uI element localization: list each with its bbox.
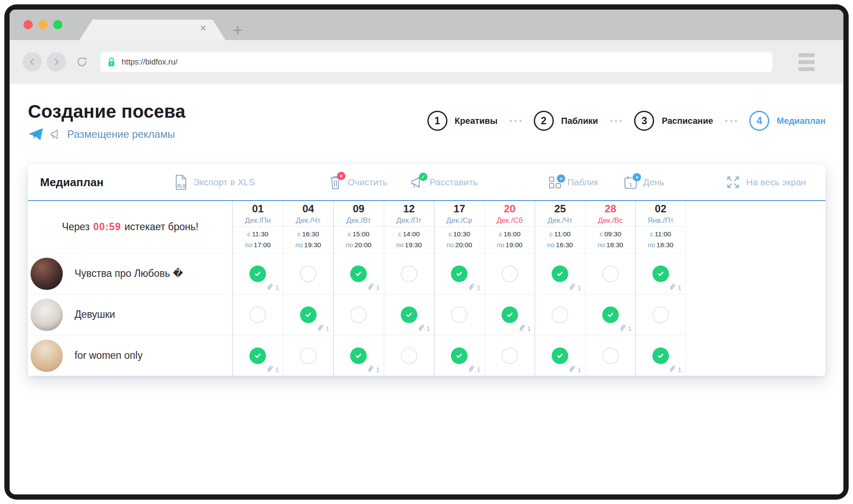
url-bar[interactable]: https://bidfox.ru/ bbox=[100, 52, 772, 72]
schedule-cell[interactable] bbox=[585, 253, 636, 294]
attachment-count: 1 bbox=[367, 283, 379, 292]
schedule-cell[interactable] bbox=[485, 253, 535, 294]
browser-titlebar: × + bbox=[10, 10, 843, 40]
unchecked-circle bbox=[502, 347, 518, 364]
attachment-count: 1 bbox=[468, 283, 480, 292]
back-button[interactable] bbox=[23, 52, 42, 72]
fullscreen-button[interactable]: На весь экран bbox=[726, 164, 806, 200]
schedule-cell[interactable] bbox=[333, 294, 384, 335]
paperclip-icon bbox=[569, 365, 576, 374]
xls-file-icon: XLS bbox=[174, 174, 188, 190]
lock-icon bbox=[107, 57, 116, 68]
tab-close-icon[interactable]: × bbox=[200, 23, 206, 34]
paperclip-icon bbox=[468, 365, 475, 374]
schedule-cell[interactable]: 1 bbox=[585, 294, 636, 335]
channel-avatar bbox=[31, 340, 63, 372]
schedule-cell[interactable] bbox=[232, 294, 283, 335]
close-window-button[interactable] bbox=[24, 20, 33, 29]
paperclip-icon bbox=[418, 324, 425, 333]
schedule-cell[interactable]: 1 bbox=[333, 335, 384, 376]
paperclip-icon bbox=[266, 365, 273, 374]
date-header: 02Янв./Пт bbox=[635, 201, 686, 227]
schedule-cell[interactable] bbox=[283, 253, 334, 294]
schedule-cell[interactable]: 1 bbox=[283, 294, 334, 335]
date-header: 01Дек./Пн bbox=[232, 201, 283, 227]
checked-icon bbox=[602, 306, 619, 323]
stepper-item-creatives[interactable]: 1Креативы bbox=[427, 111, 498, 131]
clear-button[interactable]: × Очистить bbox=[329, 164, 387, 200]
schedule-cell[interactable] bbox=[585, 335, 636, 376]
telegram-icon bbox=[28, 127, 44, 141]
zoom-window-button[interactable] bbox=[53, 20, 62, 29]
checked-icon bbox=[652, 266, 669, 282]
time-range-header: с11:00по16:30 bbox=[535, 227, 585, 253]
export-xls-button[interactable]: XLS Экспорт в XLS bbox=[174, 164, 255, 200]
schedule-cell[interactable] bbox=[535, 294, 585, 335]
paperclip-icon bbox=[669, 365, 676, 374]
schedule-cell[interactable] bbox=[635, 294, 686, 335]
channel-row-header: for women only bbox=[28, 335, 232, 376]
paperclip-icon bbox=[619, 324, 626, 333]
schedule-cell[interactable]: 1 bbox=[434, 335, 485, 376]
date-header: 20Дек./Сб bbox=[485, 201, 535, 227]
time-range-header: с10:30по20:00 bbox=[434, 227, 485, 253]
attachment-count: 1 bbox=[569, 365, 581, 374]
stepper-item-mediaplan[interactable]: 4Медиаплан bbox=[749, 111, 826, 131]
schedule-cell[interactable]: 1 bbox=[535, 335, 585, 376]
date-header: 28Дек./Вс bbox=[585, 201, 636, 227]
stepper-item-schedule[interactable]: 3Расписание bbox=[634, 111, 713, 131]
paperclip-icon bbox=[569, 283, 576, 292]
schedule-cell[interactable]: 1 bbox=[635, 253, 686, 294]
schedule-cell[interactable] bbox=[384, 253, 434, 294]
channel-name: for women only bbox=[75, 350, 143, 361]
stepper-item-publics[interactable]: 2Паблики bbox=[534, 111, 598, 131]
browser-window: × + https://bidfox.ru/ Создание посева bbox=[4, 4, 849, 500]
minimize-window-button[interactable] bbox=[38, 20, 48, 29]
date-header: 25Дек./Чт bbox=[535, 201, 585, 227]
schedule-cell[interactable] bbox=[434, 294, 485, 335]
schedule-cell[interactable] bbox=[485, 335, 535, 376]
forward-button[interactable] bbox=[47, 52, 66, 72]
checked-icon bbox=[249, 266, 266, 282]
unchecked-circle bbox=[451, 306, 467, 323]
schedule-cell[interactable]: 1 bbox=[535, 253, 585, 294]
mediaplan-card: Медиаплан XLS Экспорт в XLS × Очистить bbox=[28, 164, 826, 376]
arrange-button[interactable]: ✓ Расставить bbox=[410, 164, 478, 200]
schedule-cell[interactable]: 1 bbox=[232, 335, 283, 376]
add-public-button[interactable]: + Паблик bbox=[548, 164, 598, 200]
step-separator-icon bbox=[610, 120, 622, 122]
clear-badge-icon: × bbox=[337, 172, 345, 180]
checked-icon bbox=[502, 306, 518, 323]
channel-avatar bbox=[31, 299, 63, 331]
time-range-header: с14:00по19:30 bbox=[384, 227, 434, 253]
fullscreen-icon bbox=[726, 175, 740, 190]
schedule-cell[interactable]: 1 bbox=[384, 294, 434, 335]
schedule-cell[interactable]: 1 bbox=[635, 335, 686, 376]
step-label: Паблики bbox=[561, 116, 598, 126]
step-label: Расписание bbox=[662, 116, 713, 126]
new-tab-button[interactable]: + bbox=[233, 22, 242, 38]
step-number: 3 bbox=[634, 111, 654, 131]
schedule-cell[interactable]: 1 bbox=[485, 294, 535, 335]
add-badge-icon: + bbox=[633, 173, 641, 181]
schedule-cell[interactable] bbox=[283, 335, 334, 376]
reload-button[interactable] bbox=[75, 55, 89, 69]
unchecked-circle bbox=[552, 306, 568, 323]
checked-icon bbox=[451, 266, 467, 282]
unchecked-circle bbox=[350, 306, 367, 323]
paperclip-icon bbox=[367, 365, 374, 374]
schedule-cell[interactable]: 1 bbox=[232, 253, 283, 294]
add-day-button[interactable]: 1 + День bbox=[624, 164, 664, 200]
attachment-count: 1 bbox=[468, 365, 480, 374]
attachment-count: 1 bbox=[669, 365, 681, 374]
date-header: 09Дек./Вт bbox=[333, 201, 384, 227]
schedule-cell[interactable]: 1 bbox=[333, 253, 384, 294]
schedule-cell[interactable]: 1 bbox=[434, 253, 485, 294]
grid-plus-icon: + bbox=[548, 175, 562, 189]
warning-prefix: Через bbox=[62, 221, 90, 233]
menu-icon[interactable] bbox=[798, 53, 815, 71]
schedule-cell[interactable] bbox=[384, 335, 434, 376]
browser-tab[interactable]: × bbox=[79, 20, 225, 40]
time-range-header: с11:30по17:00 bbox=[232, 227, 283, 253]
attachment-count: 1 bbox=[569, 283, 581, 292]
